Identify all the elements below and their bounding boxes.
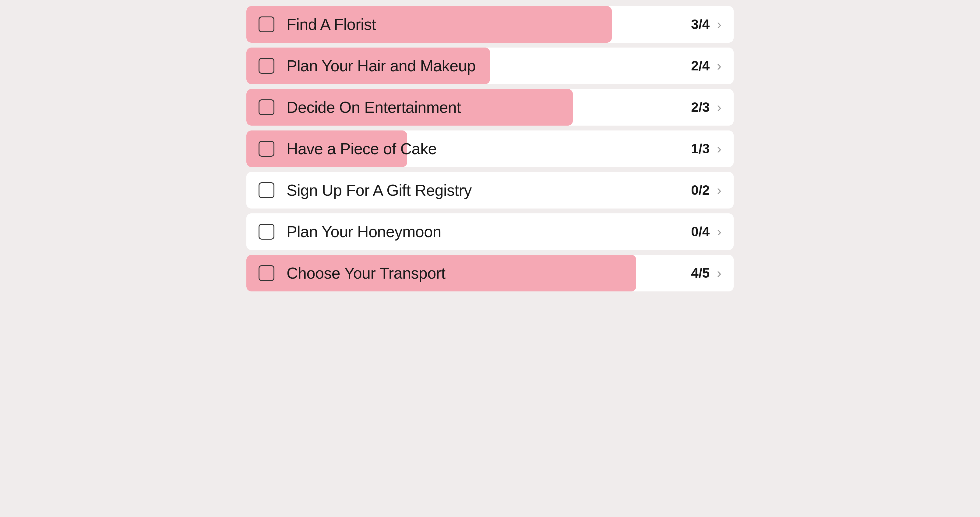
chevron-right-icon: › bbox=[717, 265, 721, 281]
chevron-right-icon: › bbox=[717, 58, 721, 73]
chevron-right-icon: › bbox=[717, 224, 721, 239]
list-item-piece-of-cake[interactable]: Have a Piece of Cake 1/3 › bbox=[247, 131, 733, 167]
list-item-choose-transport[interactable]: Choose Your Transport 4/5 › bbox=[247, 255, 733, 291]
chevron-right-icon: › bbox=[717, 183, 721, 198]
item-label-decide-entertainment: Decide On Entertainment bbox=[286, 98, 691, 116]
checkbox-choose-transport[interactable] bbox=[259, 265, 274, 281]
checkbox-find-florist[interactable] bbox=[259, 16, 274, 32]
list-item-decide-entertainment[interactable]: Decide On Entertainment 2/3 › bbox=[247, 89, 733, 126]
item-count-piece-of-cake: 1/3 bbox=[691, 141, 710, 156]
list-item-find-florist[interactable]: Find A Florist 3/4 › bbox=[247, 6, 733, 43]
item-label-find-florist: Find A Florist bbox=[286, 15, 691, 34]
item-label-gift-registry: Sign Up For A Gift Registry bbox=[286, 181, 691, 199]
list-item-plan-hair-makeup[interactable]: Plan Your Hair and Makeup 2/4 › bbox=[247, 48, 733, 84]
checkbox-piece-of-cake[interactable] bbox=[259, 141, 274, 157]
chevron-right-icon: › bbox=[717, 100, 721, 115]
item-label-choose-transport: Choose Your Transport bbox=[286, 264, 691, 282]
item-count-choose-transport: 4/5 bbox=[691, 265, 710, 281]
item-label-plan-hair-makeup: Plan Your Hair and Makeup bbox=[286, 57, 691, 75]
checkbox-decide-entertainment[interactable] bbox=[259, 99, 274, 115]
checkbox-gift-registry[interactable] bbox=[259, 182, 274, 198]
item-count-find-florist: 3/4 bbox=[691, 17, 710, 32]
chevron-right-icon: › bbox=[717, 17, 721, 32]
item-count-decide-entertainment: 2/3 bbox=[691, 100, 710, 115]
checklist-container: Find A Florist 3/4 › Plan Your Hair and … bbox=[247, 6, 733, 291]
list-item-gift-registry[interactable]: Sign Up For A Gift Registry 0/2 › bbox=[247, 172, 733, 209]
item-count-plan-hair-makeup: 2/4 bbox=[691, 58, 710, 73]
list-item-plan-honeymoon[interactable]: Plan Your Honeymoon 0/4 › bbox=[247, 213, 733, 250]
item-count-plan-honeymoon: 0/4 bbox=[691, 224, 710, 239]
checkbox-plan-hair-makeup[interactable] bbox=[259, 58, 274, 74]
chevron-right-icon: › bbox=[717, 141, 721, 156]
item-count-gift-registry: 0/2 bbox=[691, 183, 710, 198]
item-label-plan-honeymoon: Plan Your Honeymoon bbox=[286, 223, 691, 241]
checkbox-plan-honeymoon[interactable] bbox=[259, 224, 274, 239]
item-label-piece-of-cake: Have a Piece of Cake bbox=[286, 140, 691, 158]
